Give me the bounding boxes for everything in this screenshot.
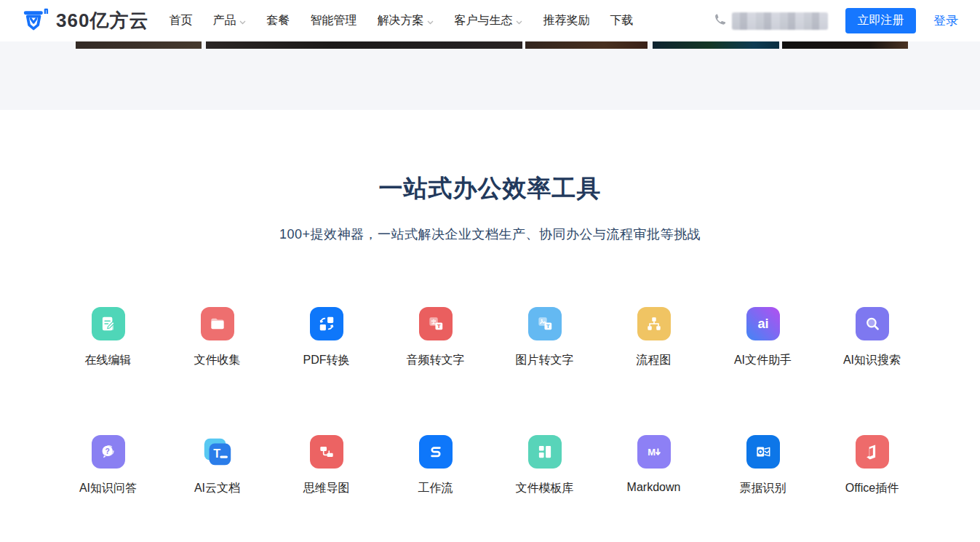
nav-item-referral-rewards[interactable]: 推荐奖励 (543, 13, 589, 28)
svg-text:ai: ai (757, 316, 768, 331)
nav-item-download[interactable]: 下载 (610, 13, 633, 28)
phone-icon (713, 12, 727, 29)
tool-workflow[interactable]: 工作流 (418, 435, 453, 496)
tool-pdf-convert[interactable]: PDF转换 (303, 307, 350, 368)
carousel-image-strip (653, 41, 779, 49)
audio-to-text-icon: T (419, 307, 453, 340)
doc-edit-icon (92, 307, 125, 340)
tool-label: 工作流 (418, 481, 453, 496)
office-plugin-icon (856, 435, 889, 469)
carousel-image-strip (525, 41, 648, 49)
chevron-down-icon (239, 15, 246, 28)
tool-flowchart[interactable]: 流程图 (637, 307, 672, 368)
carousel-bottom-band (0, 41, 980, 110)
ai-assistant-icon: ai (746, 307, 780, 340)
tool-label: AI知识问答 (79, 481, 137, 496)
mindmap-icon (310, 435, 343, 469)
tool-label: 文件模板库 (516, 481, 574, 496)
tool-invoice-recognition[interactable]: 票据识别 (740, 435, 786, 496)
svg-text:M: M (648, 447, 656, 458)
tool-ai-cloud-doc[interactable]: T AI云文档 (194, 435, 240, 496)
contact-phone (713, 12, 828, 30)
ai-search-icon (856, 307, 889, 340)
image-to-text-icon: T (528, 307, 562, 340)
phone-number-blurred (732, 12, 828, 30)
cloud-doc-icon: T (201, 435, 234, 469)
brand-logo[interactable]: 360亿方云 (22, 7, 148, 36)
register-button[interactable]: 立即注册 (845, 8, 916, 33)
section-subtitle: 100+提效神器，一站式解决企业文档生产、协同办公与流程审批等挑战 (0, 226, 980, 243)
login-link[interactable]: 登录 (933, 12, 958, 29)
tool-label: PDF转换 (303, 353, 350, 368)
chevron-down-icon (427, 15, 434, 28)
tools-grid: 在线编辑 文件收集 (54, 307, 927, 496)
nav-item-products[interactable]: 产品 (212, 13, 246, 28)
carousel-image-strip (206, 41, 522, 49)
tool-label: AI文件助手 (734, 353, 792, 368)
tool-label: Office插件 (845, 481, 899, 496)
tool-image-to-text[interactable]: T 图片转文字 (516, 307, 574, 368)
brand-name: 360亿方云 (56, 8, 148, 33)
section-title: 一站式办公效率工具 (0, 172, 980, 205)
folder-collect-icon (201, 307, 234, 340)
carousel-image-strip (782, 41, 908, 49)
tool-label: 在线编辑 (85, 353, 132, 368)
nav-item-solutions[interactable]: 解决方案 (377, 13, 434, 28)
nav-item-plans[interactable]: 套餐 (266, 13, 290, 28)
tool-office-plugin[interactable]: Office插件 (845, 435, 899, 496)
tool-online-edit[interactable]: 在线编辑 (85, 307, 132, 368)
tool-label: 音频转文字 (407, 353, 465, 368)
svg-text:?: ? (105, 447, 109, 455)
tool-markdown[interactable]: M Markdown (627, 435, 681, 496)
tool-audio-to-text[interactable]: T 音频转文字 (407, 307, 465, 368)
template-grid-icon (528, 435, 562, 469)
main-nav: 首页 产品 套餐 智能管理 解决方案 客户与生态 推荐奖励 下载 (169, 13, 633, 28)
header-actions: 立即注册 登录 (713, 8, 958, 33)
tool-label: AI云文档 (194, 481, 240, 496)
tool-label: Markdown (627, 481, 681, 494)
nav-item-smart-management[interactable]: 智能管理 (310, 13, 356, 28)
nav-item-home[interactable]: 首页 (169, 13, 192, 28)
tool-template-library[interactable]: 文件模板库 (516, 435, 574, 496)
tool-label: 思维导图 (303, 481, 350, 496)
pdf-convert-icon (310, 307, 343, 340)
markdown-icon: M (637, 435, 671, 469)
tool-ai-knowledge-search[interactable]: AI知识搜索 (843, 307, 901, 368)
tools-section: 一站式办公效率工具 100+提效神器，一站式解决企业文档生产、协同办公与流程审批… (0, 110, 980, 496)
svg-text:T: T (213, 447, 220, 460)
invoice-ocr-icon (746, 435, 780, 469)
carousel-image-strip (76, 41, 202, 49)
workflow-icon (419, 435, 453, 469)
top-navbar: 360亿方云 首页 产品 套餐 智能管理 解决方案 客户与生态 推荐奖励 下载 (0, 0, 980, 41)
flowchart-icon (637, 307, 671, 340)
qa-bubble-icon: ? (92, 435, 125, 469)
tool-mindmap[interactable]: 思维导图 (303, 435, 350, 496)
tool-label: 流程图 (637, 353, 672, 368)
tool-label: 票据识别 (740, 481, 786, 496)
tool-ai-knowledge-qa[interactable]: ? AI知识问答 (79, 435, 137, 496)
nav-item-customers-ecosystem[interactable]: 客户与生态 (454, 13, 522, 28)
tool-label: AI知识搜索 (843, 353, 901, 368)
svg-text:T: T (546, 323, 549, 330)
brand-logo-icon (22, 7, 49, 36)
tool-label: 文件收集 (194, 353, 241, 368)
svg-text:T: T (437, 323, 440, 330)
chevron-down-icon (516, 15, 522, 28)
tool-file-collect[interactable]: 文件收集 (194, 307, 241, 368)
tool-label: 图片转文字 (516, 353, 574, 368)
tool-ai-file-assistant[interactable]: ai AI文件助手 (734, 307, 792, 368)
